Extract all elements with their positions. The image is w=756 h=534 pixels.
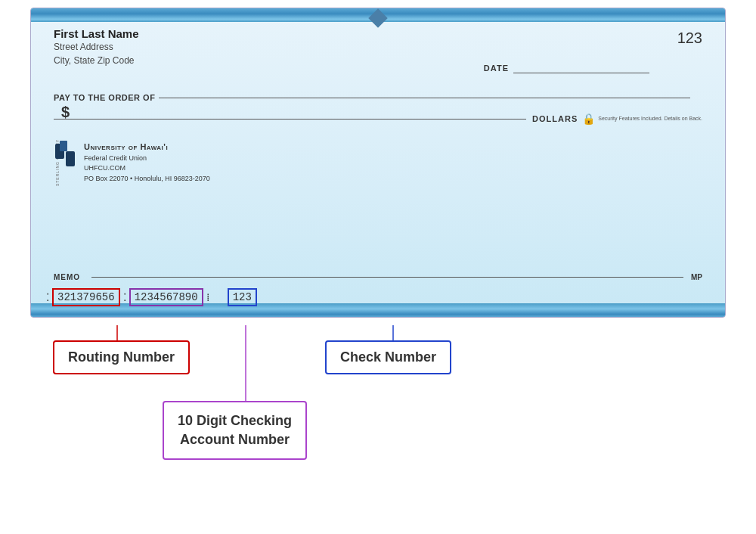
- routing-label-text: Routing Number: [68, 349, 175, 365]
- date-line: [513, 63, 649, 73]
- mp-label: MP: [691, 273, 702, 281]
- bank-subtitle2: UHFCU.COM: [84, 163, 210, 174]
- check-number-label-text: Check Number: [340, 349, 436, 365]
- bank-subtitle1: Federal Credit Union: [84, 154, 210, 164]
- svg-rect-2: [60, 141, 67, 151]
- bank-address: PO Box 22070 • Honolulu, HI 96823-2070: [84, 174, 210, 185]
- micr-end-symbol: ⁞: [206, 291, 209, 304]
- routing-label-box: Routing Number: [53, 340, 190, 374]
- city-state-zip: City, State Zip Code: [54, 54, 139, 67]
- memo-line: [91, 277, 683, 278]
- pay-line: [159, 98, 691, 98]
- micr-mid-symbol: ⁚: [123, 291, 126, 304]
- check-image: STERLING GENTRY 123 First Last Name Stre…: [30, 8, 726, 318]
- date-label: DATE: [484, 64, 509, 73]
- check-number-label-box: Check Number: [325, 340, 451, 374]
- date-section: DATE: [484, 63, 649, 73]
- bank-section: University of Hawai'i Federal Credit Uni…: [54, 141, 210, 184]
- account-label-box: 10 Digit CheckingAccount Number: [163, 401, 307, 460]
- memo-section: MEMO MP: [54, 273, 702, 281]
- routing-number-display: 321379656: [52, 288, 120, 306]
- account-holder-name: First Last Name: [54, 27, 139, 40]
- micr-open-symbol: ⁚: [46, 291, 49, 304]
- security-text: Security Features Included. Details on B…: [598, 115, 702, 122]
- bank-info: University of Hawai'i Federal Credit Uni…: [84, 141, 210, 184]
- dollars-label: DOLLARS: [532, 114, 578, 123]
- pay-label: PAY TO THE ORDER OF: [54, 93, 155, 102]
- name-address-block: First Last Name Street Address City, Sta…: [54, 27, 139, 67]
- lock-icon: 🔒: [582, 113, 595, 125]
- dollars-line: [54, 119, 526, 120]
- micr-section: ⁚ 321379656 ⁚ 1234567890 ⁞ 123: [46, 288, 702, 306]
- account-number-display: 1234567890: [129, 288, 203, 306]
- account-label-text: 10 Digit CheckingAccount Number: [178, 413, 292, 447]
- check-number-top: 123: [677, 29, 702, 47]
- bank-name: University of Hawai'i: [84, 141, 210, 154]
- bank-logo-icon: [54, 141, 78, 169]
- memo-label: MEMO: [54, 273, 91, 281]
- svg-rect-1: [66, 151, 75, 166]
- street-address: Street Address: [54, 40, 139, 54]
- dollars-section: DOLLARS 🔒 Security Features Included. De…: [54, 113, 702, 125]
- check-number-bottom-display: 123: [228, 288, 257, 306]
